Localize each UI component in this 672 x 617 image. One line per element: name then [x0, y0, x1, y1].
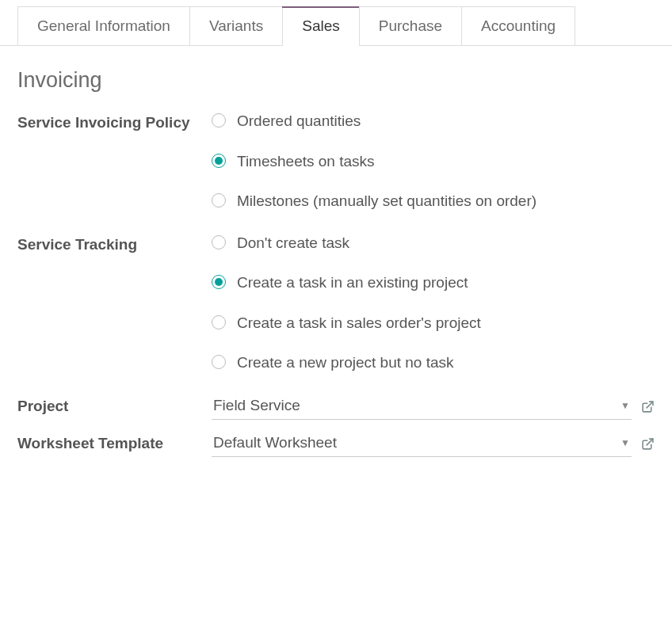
select-worksheet-template[interactable]: Default Worksheet ▼	[212, 431, 632, 457]
label-service-invoicing-policy: Service Invoicing Policy	[17, 110, 212, 134]
svg-line-0	[647, 402, 653, 408]
field-worksheet-template: Worksheet Template Default Worksheet ▼	[17, 431, 655, 457]
tab-accounting[interactable]: Accounting	[461, 6, 575, 45]
radio-icon	[212, 193, 226, 208]
radio-milestones[interactable]: Milestones (manually set quantities on o…	[212, 190, 655, 213]
field-service-invoicing-policy: Service Invoicing Policy Ordered quantit…	[17, 110, 655, 218]
select-wrap-project: Field Service ▼	[212, 394, 655, 420]
external-link-icon[interactable]	[641, 437, 655, 451]
radio-dont-create-task[interactable]: Don't create task	[212, 232, 655, 255]
field-project: Project Field Service ▼	[17, 394, 655, 420]
radio-timesheets-on-tasks[interactable]: Timesheets on tasks	[212, 150, 655, 173]
field-service-tracking: Service Tracking Don't create task Creat…	[17, 232, 655, 379]
radio-group-policy: Ordered quantities Timesheets on tasks M…	[212, 110, 655, 218]
tab-purchase[interactable]: Purchase	[359, 6, 462, 45]
label-project: Project	[17, 395, 212, 417]
radio-label: Create a task in sales order's project	[237, 312, 481, 335]
sales-tab-content: Invoicing Service Invoicing Policy Order…	[0, 46, 672, 476]
label-service-tracking: Service Tracking	[17, 232, 212, 256]
radio-ordered-quantities[interactable]: Ordered quantities	[212, 110, 655, 133]
radio-icon	[212, 315, 226, 329]
svg-line-1	[647, 439, 653, 445]
radio-icon	[212, 113, 226, 128]
radio-task-sales-order-project[interactable]: Create a task in sales order's project	[212, 312, 655, 335]
label-worksheet-template: Worksheet Template	[17, 432, 212, 455]
tab-variants[interactable]: Variants	[189, 6, 283, 45]
tab-sales[interactable]: Sales	[282, 6, 360, 45]
radio-icon	[212, 355, 226, 369]
caret-down-icon: ▼	[620, 400, 630, 411]
select-worksheet-value: Default Worksheet	[213, 434, 337, 451]
radio-icon	[212, 154, 226, 168]
radio-label: Create a new project but no task	[237, 352, 454, 375]
radio-label: Create a task in an existing project	[237, 272, 468, 295]
tab-bar: General Information Variants Sales Purch…	[0, 0, 672, 46]
select-project-value: Field Service	[213, 397, 300, 414]
external-link-icon[interactable]	[641, 400, 655, 413]
select-project[interactable]: Field Service ▼	[212, 394, 632, 420]
radio-icon	[212, 275, 226, 289]
radio-group-tracking: Don't create task Create a task in an ex…	[212, 232, 655, 379]
radio-label: Milestones (manually set quantities on o…	[237, 190, 536, 213]
radio-task-existing-project[interactable]: Create a task in an existing project	[212, 272, 655, 295]
section-title-invoicing: Invoicing	[17, 68, 655, 93]
tab-general-information[interactable]: General Information	[17, 6, 190, 45]
radio-label: Ordered quantities	[237, 110, 361, 133]
radio-label: Don't create task	[237, 232, 349, 255]
select-wrap-worksheet: Default Worksheet ▼	[212, 431, 655, 457]
caret-down-icon: ▼	[620, 437, 630, 448]
radio-label: Timesheets on tasks	[237, 150, 375, 173]
radio-new-project-no-task[interactable]: Create a new project but no task	[212, 352, 655, 375]
radio-icon	[212, 235, 226, 249]
